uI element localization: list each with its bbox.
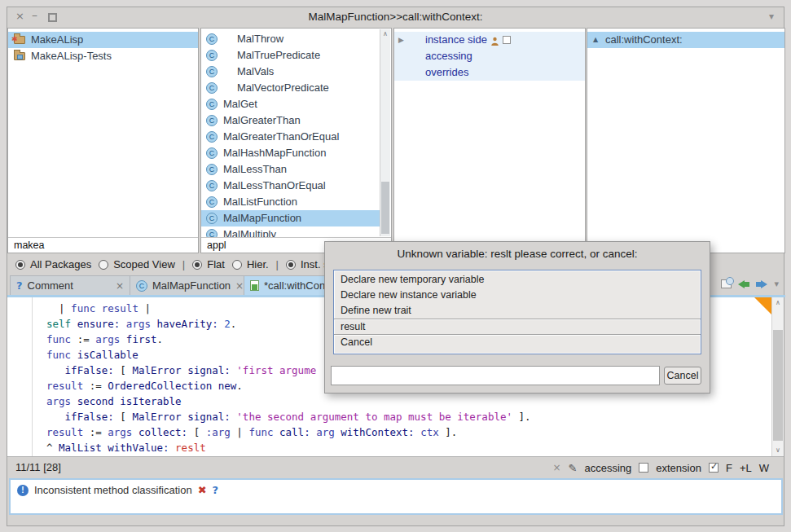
code-token: := [71,333,95,345]
tab-callwithcon[interactable]: *call:withCon [244,275,336,295]
classes-scrollbar[interactable]: ∧ [380,29,390,236]
class-row[interactable]: CMalVectorPredicate [201,80,380,96]
editor-scrollbar[interactable]: ∧ ∨ [771,297,784,456]
scroll-up-icon[interactable]: ∧ [380,29,390,39]
code-token: call: [279,426,310,438]
expand-triangle-icon[interactable]: ▶ [398,32,404,48]
radio-icon[interactable] [232,260,242,270]
class-row[interactable]: CMalLessThanOrEqual [201,178,380,194]
scope-radio-hier-[interactable]: Hier. [232,258,269,270]
class-icon: C [206,82,218,94]
scope-radio-scoped-view[interactable]: Scoped View [99,258,175,270]
class-row[interactable]: CMalListFunction [201,194,380,210]
code-token: args [108,426,132,438]
dialog-option[interactable]: Declare new temporary variable [334,272,701,288]
tab-close-icon[interactable]: × [116,280,124,292]
status-close-icon[interactable]: × [553,462,561,473]
dialog-option[interactable]: Declare new instance variable [334,288,701,303]
scope-radio-all-packages[interactable]: All Packages [15,258,91,270]
package-row[interactable]: MakeALisp [8,32,198,48]
package-row[interactable]: MakeALisp-Tests [8,48,198,64]
radio-icon[interactable] [286,260,296,270]
correction-input[interactable] [331,366,660,385]
tools-dropdown-icon[interactable]: ▾ [774,279,779,289]
protocol-row[interactable]: ▶instance side [394,32,585,48]
class-row[interactable]: CMalTruePredicate [201,47,380,64]
scroll-down-icon[interactable]: ∨ [772,446,784,455]
class-icon: C [206,131,218,143]
code-token: 'first argume [236,364,316,376]
method-category-label[interactable]: accessing [584,462,631,474]
code-line: result := args collect: [ :arg | func ca… [46,424,771,440]
method-row[interactable]: ▲call:withContext: [587,32,784,48]
code-token: ifFalse: [65,364,114,376]
extension-checkbox[interactable] [639,463,648,473]
dialog-option[interactable]: Define new trait [334,303,701,319]
dialog-option[interactable]: Cancel [334,334,701,350]
unknown-variable-dialog: Unknown variable: reslt please correct, … [324,241,710,394]
code-token: OrderedCollection [108,380,212,392]
class-name: MalLessThan [223,161,287,178]
class-row[interactable]: CMalLessThan [201,161,380,178]
class-row[interactable]: CMalHashMapFunction [201,145,380,161]
protocol-checkbox[interactable] [503,36,511,44]
scope-radio-flat[interactable]: Flat [192,258,225,270]
protocol-row[interactable]: overrides [394,64,585,81]
tab-label: Comment [28,279,73,292]
flag-w-label[interactable]: W [759,462,769,474]
code-token: isIterable [120,395,181,407]
code-token [46,411,65,423]
class-row[interactable]: CMalGet [201,96,380,112]
history-icon[interactable] [721,279,732,288]
back-arrow-icon[interactable] [738,280,749,288]
scrollbar-thumb[interactable] [381,182,389,234]
class-name: MalLessThanOrEqual [223,178,326,194]
flag-plus-l-label[interactable]: +L [740,462,752,474]
code-token: haveArity: [157,318,218,330]
window-close-icon[interactable]: × [15,10,24,22]
code-token: result [102,302,138,314]
class-name: MalGreaterThan [223,112,301,129]
edit-pencil-icon[interactable]: ✎ [569,462,578,474]
unsaved-changes-flag-icon [754,297,771,314]
flag-f-label[interactable]: F [726,462,732,474]
class-icon: C [206,147,218,159]
qa-dismiss-icon[interactable]: ✖ [198,484,207,496]
code-token: := [83,426,108,438]
class-row[interactable]: CMalGreaterThan [201,112,380,129]
scope-separator: | [182,258,185,270]
protocol-row[interactable]: accessing [394,48,585,64]
class-row[interactable]: CMalThrow [201,31,380,47]
tab-tools: ▾ [721,279,779,289]
dirty-package-icon [14,36,25,44]
code-token: func [46,349,71,361]
radio-icon[interactable] [192,260,202,270]
tab-close-icon[interactable]: × [235,280,244,292]
class-row[interactable]: CMalGreaterThanOrEqual [201,129,380,145]
tab-malmapfunction[interactable]: CMalMapFunction× [130,275,244,295]
window-menu-icon[interactable]: ▾ [769,11,774,22]
scroll-up-icon[interactable]: ∧ [772,298,784,308]
code-token: args [126,318,151,330]
code-token [71,349,77,361]
class-row[interactable]: CMalMapFunction [201,210,380,226]
window-minimize-icon[interactable]: – [32,8,37,21]
dialog-cancel-button[interactable]: Cancel [664,367,701,385]
forward-arrow-icon[interactable] [756,280,767,288]
radio-icon[interactable] [15,260,25,270]
packages-filter-input[interactable]: makea [8,237,198,253]
code-token: 2 [224,318,231,330]
qa-help-icon[interactable]: ? [213,484,219,496]
radio-icon[interactable] [99,260,108,270]
tab-comment[interactable]: ?Comment× [10,275,130,295]
window-maximize-icon[interactable] [48,13,57,22]
code-token: [ [114,364,133,376]
dialog-option[interactable]: result [334,319,701,334]
class-row[interactable]: CMalVals [201,64,380,80]
class-name: MalGreaterThanOrEqual [223,129,339,145]
classes-list: CMalThrowCMalTruePredicateCMalValsCMalVe… [201,29,380,237]
class-row[interactable]: CMalMultiply [201,226,380,237]
scrollbar-thumb[interactable] [773,330,783,441]
code-token: [ [114,411,133,423]
f-checkbox[interactable] [709,463,718,473]
